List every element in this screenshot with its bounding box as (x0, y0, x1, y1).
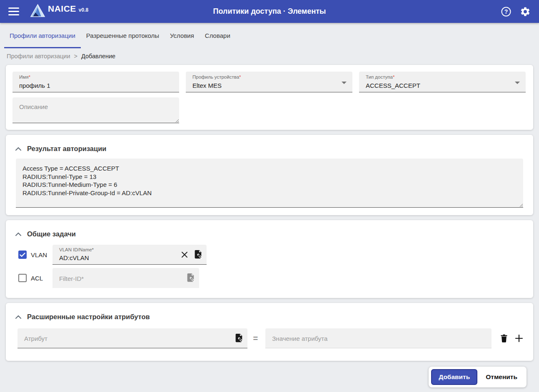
app-bar: NAICE v0.8 Политики доступа · Элементы ? (0, 0, 539, 23)
name-field-value: профиль 1 (19, 82, 162, 89)
description-textarea[interactable] (12, 97, 179, 123)
attribute-row: Атрибут = Значение атрибута (16, 328, 523, 348)
tab-bar: Профили авторизации Разрешенные протокол… (0, 23, 539, 48)
auth-result-card: Результат авторизации Access Type = ACCE… (6, 135, 533, 215)
menu-icon[interactable] (8, 7, 19, 15)
checkmark-icon (20, 253, 25, 257)
required-marker: * (92, 247, 94, 252)
profile-form-card: Имя* профиль 1 Профиль устройства* Eltex… (6, 65, 533, 130)
acl-task-row: ACL Filter-ID* (18, 268, 527, 288)
help-icon[interactable]: ? (501, 6, 512, 17)
auth-result-textarea[interactable]: Access Type = ACCESS_ACCEPT RADIUS:Tunne… (16, 159, 523, 208)
settings-gear-icon[interactable] (520, 6, 531, 17)
action-buttons-card: Добавить Отменить (429, 367, 527, 387)
common-tasks-card: Общие задачи VLAN VLAN ID/Name* AD:cVLAN (6, 220, 533, 298)
access-type-label: Тип доступа (366, 74, 393, 79)
name-field[interactable]: Имя* профиль 1 (12, 72, 179, 92)
acl-checkbox[interactable] (18, 274, 27, 282)
equals-sign: = (253, 334, 258, 343)
attribute-placeholder: Атрибут (24, 335, 47, 342)
cancel-button[interactable]: Отменить (479, 370, 524, 384)
vlan-checkbox-label: VLAN (31, 251, 51, 258)
vlan-id-field-label: VLAN ID/Name (59, 247, 92, 252)
advanced-attributes-title: Расширенные настройки атрибутов (27, 313, 150, 321)
device-profile-label: Профиль устройства (192, 74, 239, 79)
vlan-checkbox[interactable] (18, 251, 27, 259)
required-marker: * (393, 74, 394, 79)
name-field-label: Имя (19, 74, 28, 79)
tab-dictionaries[interactable]: Словари (200, 24, 236, 48)
app-name: NAICE (48, 4, 76, 14)
common-tasks-title: Общие задачи (27, 230, 76, 238)
clear-x-icon[interactable] (181, 251, 188, 258)
attribute-field[interactable]: Атрибут (17, 328, 247, 348)
device-profile-value: Eltex MES (192, 82, 336, 89)
select-from-list-file-icon[interactable] (193, 250, 202, 260)
dropdown-arrow-icon[interactable] (342, 82, 347, 84)
tab-allowed-protocols[interactable]: Разрешенные протоколы (81, 24, 165, 48)
access-type-select[interactable]: Тип доступа* ACCESS_ACCEPT (359, 72, 526, 92)
auth-result-title: Результат авторизации (27, 145, 106, 153)
breadcrumb: Профили авторизации > Добавление (0, 48, 539, 65)
breadcrumb-parent[interactable]: Профили авторизации (7, 53, 70, 60)
vlan-id-field-value: AD:cVLAN (59, 254, 89, 261)
delete-trash-icon[interactable] (500, 334, 508, 343)
vlan-id-field[interactable]: VLAN ID/Name* AD:cVLAN (52, 245, 207, 265)
collapse-chevron-up-icon[interactable] (15, 147, 22, 151)
breadcrumb-current: Добавление (81, 53, 115, 60)
tab-conditions[interactable]: Условия (165, 24, 200, 48)
required-marker: * (239, 74, 241, 79)
app-version: v0.8 (79, 7, 88, 13)
filter-id-field[interactable]: Filter-ID* (52, 268, 199, 288)
collapse-chevron-up-icon[interactable] (15, 232, 22, 236)
required-marker: * (28, 74, 30, 79)
app-logo-icon (30, 4, 45, 19)
device-profile-select[interactable]: Профиль устройства* Eltex MES (186, 72, 352, 92)
select-from-list-file-icon[interactable] (234, 333, 243, 343)
dropdown-arrow-icon[interactable] (515, 82, 520, 84)
footer-actions: Добавить Отменить (6, 366, 533, 387)
select-from-list-file-icon (186, 273, 195, 283)
acl-checkbox-label: ACL (31, 275, 51, 282)
tab-authorization-profiles[interactable]: Профили авторизации (4, 24, 81, 48)
attribute-value-placeholder: Значение атрибута (272, 335, 327, 342)
breadcrumb-separator: > (74, 53, 77, 60)
svg-text:?: ? (504, 8, 508, 15)
collapse-chevron-up-icon[interactable] (15, 315, 22, 319)
access-type-value: ACCESS_ACCEPT (366, 82, 509, 89)
vlan-task-row: VLAN VLAN ID/Name* AD:cVLAN (18, 245, 527, 265)
filter-id-placeholder: Filter-ID* (59, 275, 84, 282)
attribute-value-field[interactable]: Значение атрибута (265, 328, 492, 348)
submit-button[interactable]: Добавить (431, 369, 477, 385)
add-plus-icon[interactable] (515, 334, 523, 342)
brand: NAICE v0.8 (30, 4, 88, 19)
advanced-attributes-card: Расширенные настройки атрибутов Атрибут (6, 303, 533, 361)
